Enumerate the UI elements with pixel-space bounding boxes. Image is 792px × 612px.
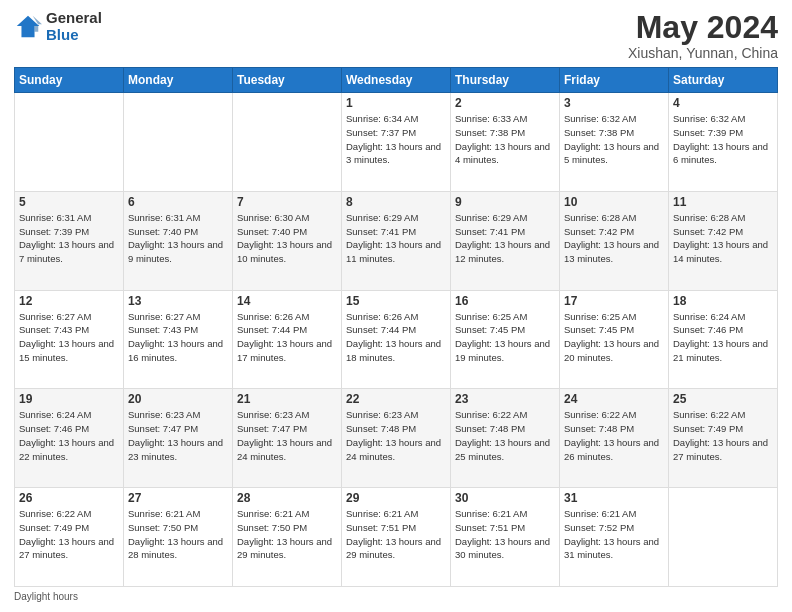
calendar-cell: 15Sunrise: 6:26 AM Sunset: 7:44 PM Dayli… [342,290,451,389]
day-number: 6 [128,195,228,209]
header: General Blue May 2024 Xiushan, Yunnan, C… [14,10,778,61]
day-info: Sunrise: 6:29 AM Sunset: 7:41 PM Dayligh… [455,211,555,266]
day-info: Sunrise: 6:33 AM Sunset: 7:38 PM Dayligh… [455,112,555,167]
day-info: Sunrise: 6:24 AM Sunset: 7:46 PM Dayligh… [673,310,773,365]
calendar-cell: 4Sunrise: 6:32 AM Sunset: 7:39 PM Daylig… [669,93,778,192]
day-number: 29 [346,491,446,505]
footer-note: Daylight hours [14,591,778,602]
calendar-cell: 1Sunrise: 6:34 AM Sunset: 7:37 PM Daylig… [342,93,451,192]
day-number: 17 [564,294,664,308]
calendar-cell: 19Sunrise: 6:24 AM Sunset: 7:46 PM Dayli… [15,389,124,488]
day-info: Sunrise: 6:21 AM Sunset: 7:51 PM Dayligh… [346,507,446,562]
day-info: Sunrise: 6:24 AM Sunset: 7:46 PM Dayligh… [19,408,119,463]
day-number: 5 [19,195,119,209]
calendar-cell: 10Sunrise: 6:28 AM Sunset: 7:42 PM Dayli… [560,191,669,290]
day-info: Sunrise: 6:22 AM Sunset: 7:48 PM Dayligh… [564,408,664,463]
day-info: Sunrise: 6:21 AM Sunset: 7:50 PM Dayligh… [128,507,228,562]
calendar-cell: 23Sunrise: 6:22 AM Sunset: 7:48 PM Dayli… [451,389,560,488]
calendar-cell [124,93,233,192]
calendar-cell: 20Sunrise: 6:23 AM Sunset: 7:47 PM Dayli… [124,389,233,488]
col-tuesday: Tuesday [233,68,342,93]
day-info: Sunrise: 6:27 AM Sunset: 7:43 PM Dayligh… [19,310,119,365]
day-number: 20 [128,392,228,406]
day-info: Sunrise: 6:23 AM Sunset: 7:47 PM Dayligh… [237,408,337,463]
calendar-cell: 14Sunrise: 6:26 AM Sunset: 7:44 PM Dayli… [233,290,342,389]
calendar-cell: 28Sunrise: 6:21 AM Sunset: 7:50 PM Dayli… [233,488,342,587]
day-info: Sunrise: 6:21 AM Sunset: 7:50 PM Dayligh… [237,507,337,562]
day-info: Sunrise: 6:32 AM Sunset: 7:38 PM Dayligh… [564,112,664,167]
day-info: Sunrise: 6:31 AM Sunset: 7:40 PM Dayligh… [128,211,228,266]
calendar-cell: 29Sunrise: 6:21 AM Sunset: 7:51 PM Dayli… [342,488,451,587]
day-info: Sunrise: 6:28 AM Sunset: 7:42 PM Dayligh… [564,211,664,266]
calendar-cell: 27Sunrise: 6:21 AM Sunset: 7:50 PM Dayli… [124,488,233,587]
week-row-2: 12Sunrise: 6:27 AM Sunset: 7:43 PM Dayli… [15,290,778,389]
calendar-cell: 7Sunrise: 6:30 AM Sunset: 7:40 PM Daylig… [233,191,342,290]
day-number: 28 [237,491,337,505]
logo-blue: Blue [46,27,102,44]
day-number: 9 [455,195,555,209]
day-number: 22 [346,392,446,406]
day-number: 12 [19,294,119,308]
calendar-title: May 2024 [628,10,778,45]
logo: General Blue [14,10,102,43]
day-info: Sunrise: 6:25 AM Sunset: 7:45 PM Dayligh… [564,310,664,365]
day-info: Sunrise: 6:26 AM Sunset: 7:44 PM Dayligh… [346,310,446,365]
calendar-cell: 2Sunrise: 6:33 AM Sunset: 7:38 PM Daylig… [451,93,560,192]
week-row-0: 1Sunrise: 6:34 AM Sunset: 7:37 PM Daylig… [15,93,778,192]
calendar-cell [233,93,342,192]
week-row-4: 26Sunrise: 6:22 AM Sunset: 7:49 PM Dayli… [15,488,778,587]
logo-icon [14,13,42,41]
logo-text: General Blue [46,10,102,43]
day-number: 4 [673,96,773,110]
day-number: 3 [564,96,664,110]
day-number: 26 [19,491,119,505]
col-friday: Friday [560,68,669,93]
day-number: 21 [237,392,337,406]
day-number: 23 [455,392,555,406]
calendar-cell: 9Sunrise: 6:29 AM Sunset: 7:41 PM Daylig… [451,191,560,290]
day-info: Sunrise: 6:21 AM Sunset: 7:51 PM Dayligh… [455,507,555,562]
day-info: Sunrise: 6:28 AM Sunset: 7:42 PM Dayligh… [673,211,773,266]
col-monday: Monday [124,68,233,93]
calendar-cell: 16Sunrise: 6:25 AM Sunset: 7:45 PM Dayli… [451,290,560,389]
day-info: Sunrise: 6:27 AM Sunset: 7:43 PM Dayligh… [128,310,228,365]
day-number: 27 [128,491,228,505]
calendar-cell: 11Sunrise: 6:28 AM Sunset: 7:42 PM Dayli… [669,191,778,290]
day-info: Sunrise: 6:22 AM Sunset: 7:48 PM Dayligh… [455,408,555,463]
calendar-cell: 12Sunrise: 6:27 AM Sunset: 7:43 PM Dayli… [15,290,124,389]
day-info: Sunrise: 6:23 AM Sunset: 7:48 PM Dayligh… [346,408,446,463]
col-thursday: Thursday [451,68,560,93]
calendar-cell: 5Sunrise: 6:31 AM Sunset: 7:39 PM Daylig… [15,191,124,290]
day-number: 16 [455,294,555,308]
day-number: 19 [19,392,119,406]
day-number: 14 [237,294,337,308]
day-number: 10 [564,195,664,209]
calendar-table: Sunday Monday Tuesday Wednesday Thursday… [14,67,778,587]
calendar-cell: 18Sunrise: 6:24 AM Sunset: 7:46 PM Dayli… [669,290,778,389]
week-row-1: 5Sunrise: 6:31 AM Sunset: 7:39 PM Daylig… [15,191,778,290]
calendar-cell: 17Sunrise: 6:25 AM Sunset: 7:45 PM Dayli… [560,290,669,389]
day-number: 31 [564,491,664,505]
day-info: Sunrise: 6:32 AM Sunset: 7:39 PM Dayligh… [673,112,773,167]
day-info: Sunrise: 6:23 AM Sunset: 7:47 PM Dayligh… [128,408,228,463]
col-saturday: Saturday [669,68,778,93]
calendar-cell: 3Sunrise: 6:32 AM Sunset: 7:38 PM Daylig… [560,93,669,192]
day-number: 30 [455,491,555,505]
day-info: Sunrise: 6:29 AM Sunset: 7:41 PM Dayligh… [346,211,446,266]
day-info: Sunrise: 6:21 AM Sunset: 7:52 PM Dayligh… [564,507,664,562]
calendar-cell [669,488,778,587]
calendar-cell: 6Sunrise: 6:31 AM Sunset: 7:40 PM Daylig… [124,191,233,290]
calendar-cell: 26Sunrise: 6:22 AM Sunset: 7:49 PM Dayli… [15,488,124,587]
day-info: Sunrise: 6:30 AM Sunset: 7:40 PM Dayligh… [237,211,337,266]
day-number: 25 [673,392,773,406]
calendar-cell: 13Sunrise: 6:27 AM Sunset: 7:43 PM Dayli… [124,290,233,389]
day-info: Sunrise: 6:34 AM Sunset: 7:37 PM Dayligh… [346,112,446,167]
calendar-cell: 31Sunrise: 6:21 AM Sunset: 7:52 PM Dayli… [560,488,669,587]
calendar-cell: 25Sunrise: 6:22 AM Sunset: 7:49 PM Dayli… [669,389,778,488]
day-info: Sunrise: 6:31 AM Sunset: 7:39 PM Dayligh… [19,211,119,266]
week-row-3: 19Sunrise: 6:24 AM Sunset: 7:46 PM Dayli… [15,389,778,488]
page: General Blue May 2024 Xiushan, Yunnan, C… [0,0,792,612]
day-info: Sunrise: 6:26 AM Sunset: 7:44 PM Dayligh… [237,310,337,365]
day-number: 1 [346,96,446,110]
col-sunday: Sunday [15,68,124,93]
